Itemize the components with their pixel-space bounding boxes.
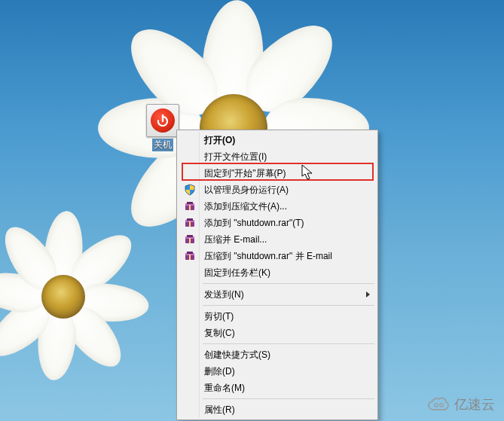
svg-rect-4 bbox=[187, 202, 193, 204]
svg-rect-9 bbox=[189, 221, 191, 227]
menu-properties[interactable]: 属性(R) bbox=[179, 401, 376, 418]
watermark-text: 亿速云 bbox=[454, 395, 495, 413]
menu-add-to-archive[interactable]: 添加到压缩文件(A)... bbox=[179, 198, 376, 215]
menu-label: 属性(R) bbox=[204, 404, 235, 416]
cloud-icon bbox=[427, 396, 450, 413]
menu-open-file-location[interactable]: 打开文件位置(I) bbox=[179, 148, 376, 165]
menu-label: 删除(D) bbox=[204, 365, 235, 378]
menu-label: 添加到压缩文件(A)... bbox=[204, 200, 287, 213]
menu-run-as-admin[interactable]: 以管理员身份运行(A) bbox=[179, 182, 376, 198]
menu-label: 发送到(N) bbox=[204, 288, 244, 301]
svg-rect-5 bbox=[189, 205, 191, 210]
submenu-arrow-icon bbox=[365, 290, 371, 300]
context-menu: 打开(O) 打开文件位置(I) 固定到"开始"屏幕(P) 以管理员身份运行(A)… bbox=[176, 130, 378, 420]
menu-label: 打开(O) bbox=[204, 134, 235, 147]
svg-rect-12 bbox=[187, 235, 193, 237]
menu-separator bbox=[203, 305, 374, 306]
svg-point-18 bbox=[435, 404, 438, 407]
menu-label: 以管理员身份运行(A) bbox=[204, 184, 289, 197]
svg-rect-17 bbox=[189, 255, 191, 260]
menu-add-to-shutdown-rar[interactable]: 添加到 "shutdown.rar"(T) bbox=[179, 215, 376, 231]
watermark: 亿速云 bbox=[427, 395, 495, 413]
svg-point-19 bbox=[440, 404, 443, 407]
menu-label: 重命名(M) bbox=[204, 382, 245, 395]
menu-compress-to-rar-email[interactable]: 压缩到 "shutdown.rar" 并 E-mail bbox=[179, 248, 376, 264]
wallpaper-flower-small bbox=[0, 211, 143, 377]
menu-label: 压缩到 "shutdown.rar" 并 E-mail bbox=[204, 250, 332, 263]
svg-rect-13 bbox=[189, 238, 191, 243]
menu-send-to[interactable]: 发送到(N) bbox=[179, 286, 376, 303]
menu-label: 固定到任务栏(K) bbox=[204, 267, 270, 279]
power-icon bbox=[151, 108, 175, 133]
menu-cut[interactable]: 剪切(T) bbox=[179, 308, 376, 325]
rar-icon bbox=[183, 200, 197, 213]
menu-separator bbox=[203, 283, 374, 284]
menu-label: 打开文件位置(I) bbox=[204, 151, 267, 163]
menu-pin-to-start[interactable]: 固定到"开始"屏幕(P) bbox=[179, 165, 376, 182]
shortcut-caption: 关机 bbox=[152, 139, 173, 151]
menu-separator bbox=[203, 343, 374, 344]
shield-icon bbox=[183, 183, 197, 197]
rar-icon bbox=[183, 233, 197, 246]
menu-copy[interactable]: 复制(C) bbox=[179, 325, 376, 341]
svg-rect-16 bbox=[187, 252, 193, 254]
menu-compress-email[interactable]: 压缩并 E-mail... bbox=[179, 231, 376, 248]
menu-rename[interactable]: 重命名(M) bbox=[179, 380, 376, 396]
menu-label: 创建快捷方式(S) bbox=[204, 349, 270, 362]
menu-open[interactable]: 打开(O) bbox=[179, 132, 376, 148]
menu-create-shortcut[interactable]: 创建快捷方式(S) bbox=[179, 346, 376, 363]
menu-label: 复制(C) bbox=[204, 327, 235, 340]
menu-label: 固定到"开始"屏幕(P) bbox=[204, 167, 286, 180]
menu-label: 剪切(T) bbox=[204, 310, 234, 323]
menu-separator bbox=[203, 398, 374, 399]
svg-rect-8 bbox=[187, 218, 193, 221]
menu-label: 添加到 "shutdown.rar"(T) bbox=[204, 217, 304, 230]
rar-icon bbox=[183, 249, 197, 263]
menu-label: 压缩并 E-mail... bbox=[204, 233, 267, 246]
shortcut-tile bbox=[146, 104, 179, 137]
menu-pin-to-taskbar[interactable]: 固定到任务栏(K) bbox=[179, 264, 376, 281]
rar-icon bbox=[183, 216, 197, 230]
menu-delete[interactable]: 删除(D) bbox=[179, 363, 376, 380]
